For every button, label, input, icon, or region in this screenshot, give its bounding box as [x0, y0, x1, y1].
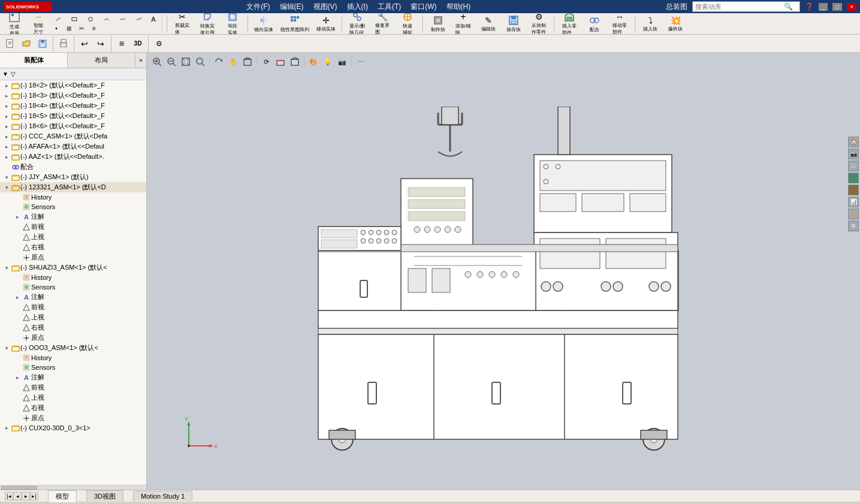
tab-assembly[interactable]: 装配体	[0, 53, 68, 68]
expand-18-5[interactable]: ▸	[2, 113, 11, 119]
tool-mirror2[interactable]: 镜向实体	[251, 14, 276, 34]
menu-insert[interactable]: 插入(I)	[347, 2, 368, 12]
tree-item-topview-3[interactable]: 上视	[0, 393, 146, 403]
tree-item-origin-1[interactable]: 原点	[0, 252, 146, 262]
search-input[interactable]	[693, 3, 783, 10]
tool-mirror[interactable]: ⊞	[63, 24, 75, 32]
tool-circle[interactable]	[83, 15, 98, 23]
tree-item-123321-asm[interactable]: ▾ ! (-) 123321_ASM<1> (默认<D	[0, 182, 146, 192]
tool-generate-layout[interactable]: 生成布局	[2, 14, 26, 34]
expand-annotation-2[interactable]: ▸	[13, 294, 22, 300]
status-tab-motion[interactable]: Motion Study 1	[133, 491, 192, 501]
expand-aaz[interactable]: ▸	[2, 154, 11, 160]
help-icon[interactable]: ❓	[805, 2, 814, 11]
nav-prev[interactable]: ◂	[13, 492, 22, 500]
tree-item-rightview-2[interactable]: 右视	[0, 322, 146, 333]
tool-show-delete-rel[interactable]: 显示/删除几何	[345, 14, 369, 34]
expand-afafa[interactable]: ▸	[2, 144, 11, 150]
vc-color1[interactable]	[848, 173, 859, 183]
tool-point[interactable]: •	[50, 24, 62, 32]
vt-zoom-area[interactable]	[194, 56, 207, 68]
tree-item-rightview-3[interactable]: 右视	[0, 403, 146, 413]
vt-3d-view[interactable]	[241, 56, 254, 68]
vc-camera[interactable]: 📷	[848, 149, 859, 159]
expand-18-4[interactable]: ▸	[2, 103, 11, 109]
tool-line[interactable]	[50, 15, 66, 23]
expand-18-6[interactable]: ▸	[2, 123, 11, 129]
h-scrollbar[interactable]	[0, 485, 146, 490]
vt-pan[interactable]: ✋	[227, 56, 240, 68]
tool-offset2[interactable]: 等距实体	[221, 14, 245, 34]
vc-home[interactable]: 🏠	[848, 137, 859, 147]
status-tab-3d[interactable]: 3D视图	[86, 490, 123, 502]
panel-expand-btn[interactable]: »	[135, 53, 146, 68]
expand-cux20[interactable]: ▸	[2, 425, 11, 431]
tab-layout[interactable]: 布局	[68, 53, 135, 68]
expand-annotation-1[interactable]: ▸	[13, 214, 22, 220]
menu-help[interactable]: 帮助(H)	[446, 2, 471, 12]
t2-sel-all[interactable]: ⊞	[114, 37, 129, 51]
vt-appearance[interactable]: 🎨	[307, 56, 320, 68]
tree-item-history-1[interactable]: History	[0, 192, 146, 202]
tree-item-history-3[interactable]: History	[0, 353, 146, 363]
expand-ooo3-asm[interactable]: ▾	[2, 345, 11, 351]
vt-zoom-fit[interactable]	[179, 56, 192, 68]
vt-lights[interactable]: 💡	[321, 56, 334, 68]
tree-item-afafa[interactable]: ▸ (-) AFAFA<1> (默认<<Defaul	[0, 141, 146, 152]
tool-trim2[interactable]: ✂	[76, 24, 87, 32]
tree-item-frontview-3[interactable]: 前视	[0, 382, 146, 393]
tool-spline[interactable]	[115, 15, 131, 23]
expand-123321-asm[interactable]: ▾	[2, 185, 11, 191]
menu-window[interactable]: 窗口(W)	[411, 2, 436, 12]
nav-first[interactable]: |◂	[5, 492, 13, 500]
tree-item-jjy-asm[interactable]: ▾ (-) JJY_ASM<1> (默认)	[0, 172, 146, 182]
minimize-btn[interactable]: _	[819, 3, 828, 11]
tree-item-annotation-1[interactable]: ▸ A 注解	[0, 212, 146, 222]
tree-item-18-2[interactable]: ▸ (-) 18<2> (默认<<Default>_F	[0, 80, 146, 90]
tool-explode[interactable]: 💥 爆炸块	[663, 14, 687, 34]
tree-item-annotation-3[interactable]: ▸ A 注解	[0, 372, 146, 382]
menu-view[interactable]: 视图(V)	[313, 2, 337, 12]
expand-18-3[interactable]: ▸	[2, 93, 11, 99]
tool-arc[interactable]	[99, 15, 114, 23]
tree-item-frontview-2[interactable]: 前视	[0, 302, 146, 312]
menu-file[interactable]: 文件(F)	[246, 2, 270, 12]
tree-item-shuazi3-asm[interactable]: ▾ (-) SHUAZI3_ASM<1> (默认<	[0, 262, 146, 273]
h-scrollbar-thumb[interactable]	[1, 486, 37, 490]
tool-rectangle[interactable]	[67, 15, 82, 23]
canvas-area[interactable]: ✋ ⟳ 🎨 💡 📷 ⋯	[147, 53, 860, 490]
vt-rotate[interactable]	[212, 56, 225, 68]
search-box[interactable]: 🔍	[692, 1, 800, 12]
tool-make-block[interactable]: 制作块	[426, 14, 450, 34]
vc-light[interactable]: 🔆	[848, 209, 859, 219]
vc-graph[interactable]: 📊	[848, 197, 859, 207]
tree-item-aaz[interactable]: ▸ (-) AAZ<1> (默认<<Default>.	[0, 152, 146, 162]
tool-freehand[interactable]	[131, 15, 147, 23]
tree-item-18-6[interactable]: ▸ (-) 18<6> (默认<<Default>_F	[0, 121, 146, 131]
vt-display-style[interactable]	[288, 56, 301, 68]
nav-next[interactable]: ▸	[22, 492, 30, 500]
expand-jjy-asm[interactable]: ▾	[2, 174, 11, 180]
tree-item-cux20[interactable]: ▸ (-) CUX20-30D_0_3<1>	[0, 423, 146, 433]
vt-zoom-out[interactable]	[165, 56, 178, 68]
vt-view-orient[interactable]: ⟳	[259, 56, 273, 68]
t2-3d-sketch[interactable]: 3D	[130, 37, 146, 51]
search-button[interactable]: 🔍	[783, 2, 795, 11]
tree-item-origin-2[interactable]: 原点	[0, 333, 146, 343]
t2-new[interactable]	[2, 37, 18, 51]
tool-edit-block[interactable]: ✎ 编辑块	[476, 14, 500, 34]
tool-mate[interactable]: 配合	[583, 14, 606, 34]
tool-insert-block[interactable]: ⤵ 插入块	[638, 14, 662, 34]
tool-quick-snap[interactable]: 快速捕捉	[396, 14, 420, 34]
vc-color2[interactable]	[848, 185, 859, 195]
t2-undo[interactable]: ↩	[77, 37, 92, 51]
tool-convert[interactable]: 转换实体引用	[195, 14, 219, 34]
menu-tools[interactable]: 工具(T)	[378, 2, 401, 12]
tree-container[interactable]: ▸ (-) 18<2> (默认<<Default>_F ▸ (-) 18<3> …	[0, 80, 146, 485]
t2-redo[interactable]: ↪	[93, 37, 108, 51]
tool-repair[interactable]: 🔧 修复草图	[370, 14, 394, 34]
tool-offset[interactable]: ≡	[88, 24, 100, 32]
close-btn[interactable]: ×	[847, 3, 856, 11]
t2-options[interactable]: ⚙	[151, 37, 167, 51]
expand-18-2[interactable]: ▸	[2, 83, 11, 89]
